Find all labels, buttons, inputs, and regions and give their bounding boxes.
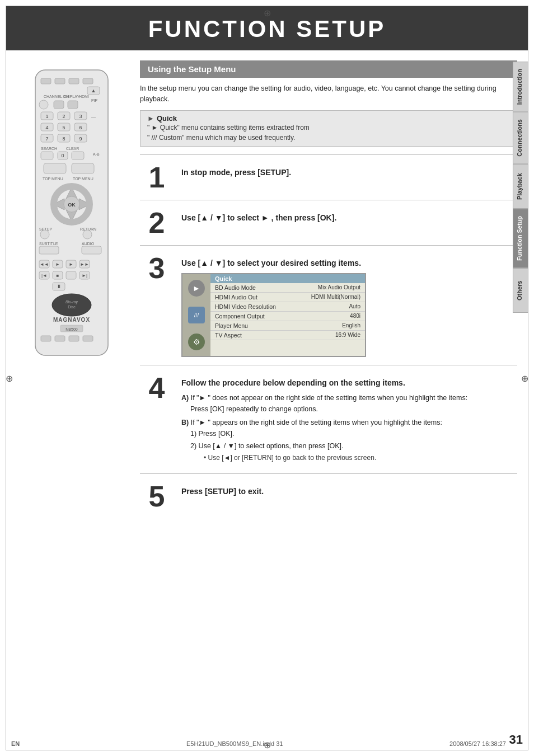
svg-rect-71 bbox=[66, 271, 76, 279]
menu-icon-2: /// bbox=[188, 307, 205, 323]
main-content: ▲ CHANNEL CH DISPLAY HDMI PIP 1 2 3 — bbox=[6, 50, 528, 722]
svg-point-54 bbox=[83, 230, 92, 239]
footer-date: 2008/05/27 16:38:27 bbox=[449, 740, 506, 747]
tab-playback[interactable]: Playback bbox=[513, 164, 528, 209]
remote-svg: ▲ CHANNEL CH DISPLAY HDMI PIP 1 2 3 — bbox=[27, 67, 116, 358]
svg-text:TOP MENU: TOP MENU bbox=[73, 177, 93, 181]
step-5-title: Press [SETUP] to exit. bbox=[181, 486, 517, 497]
quick-content: ► Quick " ► Quick" menu contains setting… bbox=[147, 114, 310, 143]
quick-icon: ► bbox=[147, 114, 154, 123]
step-3: 3 Use [▲ / ▼] to select your desired set… bbox=[140, 245, 517, 365]
step-4: 4 Follow the procedure below depending o… bbox=[140, 365, 517, 473]
bullet-note: • Use [◄] or [RETURN] to go back to the … bbox=[204, 453, 517, 463]
svg-rect-58 bbox=[82, 246, 101, 254]
intro-text: In the setup menu you can change the set… bbox=[140, 83, 517, 105]
menu-item-row-3: HDMI Video Resolution Auto bbox=[210, 302, 365, 312]
svg-text:►: ► bbox=[69, 262, 73, 267]
svg-text:8: 8 bbox=[62, 136, 65, 142]
step-4-content: Follow the procedure below depending on … bbox=[181, 373, 517, 466]
step-5-content: Press [SETUP] to exit. bbox=[181, 482, 517, 501]
right-column: Using the Setup Menu In the setup menu y… bbox=[134, 50, 528, 722]
svg-rect-11 bbox=[54, 101, 64, 109]
svg-text:MAGNAVOX: MAGNAVOX bbox=[53, 317, 90, 323]
sub-step-b-text: If "► " appears on the right side of the… bbox=[191, 419, 442, 426]
step-2-number: 2 bbox=[140, 208, 174, 237]
svg-rect-4 bbox=[83, 78, 93, 84]
svg-text:▲: ▲ bbox=[91, 88, 96, 93]
step-2-content: Use [▲ / ▼] to select ► , then press [OK… bbox=[181, 208, 517, 227]
svg-text:PIP: PIP bbox=[91, 98, 98, 102]
step-1-number: 1 bbox=[140, 163, 174, 192]
svg-text:⏸: ⏸ bbox=[56, 284, 61, 289]
svg-point-10 bbox=[39, 100, 48, 109]
tab-function-setup[interactable]: Function Setup bbox=[513, 209, 528, 268]
svg-text:■: ■ bbox=[56, 273, 59, 278]
quick-box: ► Quick " ► Quick" menu contains setting… bbox=[140, 110, 517, 147]
footer: EN E5H21UD_NB500MS9_EN.indd 31 2008/05/2… bbox=[11, 740, 506, 747]
sub-step-b-label: B) bbox=[181, 419, 189, 426]
svg-text:CLEAR: CLEAR bbox=[66, 147, 79, 151]
step-5: 5 Press [SETUP] to exit. bbox=[140, 473, 517, 519]
page-number: 31 bbox=[509, 732, 523, 747]
menu-icon-1: ► bbox=[188, 280, 205, 297]
svg-text:HDMI: HDMI bbox=[79, 95, 89, 98]
note-text: Use [◄] or [RETURN] to go back to the pr… bbox=[208, 454, 377, 462]
svg-rect-84 bbox=[69, 336, 79, 341]
menu-item-value-2: HDMI Multi(Normal) bbox=[311, 294, 360, 300]
menu-item-value-4: 480i bbox=[350, 313, 360, 320]
svg-text:►►: ►► bbox=[80, 262, 89, 267]
crosshair-right: ⊕ bbox=[521, 373, 528, 383]
crosshair-bottom: ⊕ bbox=[264, 740, 271, 750]
menu-right: Quick BD Audio Mode Mix Audio Output HDM… bbox=[210, 274, 365, 356]
svg-text:◄◄: ◄◄ bbox=[40, 262, 49, 267]
menu-item-name-2: HDMI Audio Out bbox=[215, 294, 257, 300]
svg-text:►|: ►| bbox=[82, 273, 87, 278]
tab-connections[interactable]: Connections bbox=[513, 112, 528, 164]
svg-rect-3 bbox=[69, 78, 79, 84]
remote-control-image: ▲ CHANNEL CH DISPLAY HDMI PIP 1 2 3 — bbox=[27, 67, 119, 360]
svg-rect-83 bbox=[55, 336, 65, 341]
sub-step-b: B) If "► " appears on the right side of … bbox=[181, 417, 517, 463]
svg-text:3: 3 bbox=[79, 114, 82, 119]
menu-item-name-1: BD Audio Mode bbox=[215, 284, 256, 291]
left-column: ▲ CHANNEL CH DISPLAY HDMI PIP 1 2 3 — bbox=[6, 50, 134, 722]
svg-text:A-B: A-B bbox=[93, 152, 100, 156]
menu-left-icons: ► /// ⚙ bbox=[182, 274, 210, 356]
menu-item-name-3: HDMI Video Resolution bbox=[215, 303, 276, 310]
svg-rect-12 bbox=[68, 101, 78, 109]
nested-step-2-num: 2) bbox=[190, 442, 196, 450]
crosshair-top: ⊕ bbox=[264, 8, 271, 18]
menu-item-row-5: Player Menu English bbox=[210, 321, 365, 331]
section-title-box: Using the Setup Menu bbox=[140, 60, 517, 78]
svg-text:►: ► bbox=[55, 262, 60, 267]
svg-text:7: 7 bbox=[45, 136, 48, 142]
nested-step-2-text: Use [▲ / ▼] to select options, then pres… bbox=[199, 442, 344, 450]
step-4-title: Follow the procedure below depending on … bbox=[181, 378, 517, 389]
svg-text:2: 2 bbox=[62, 114, 65, 119]
tab-introduction[interactable]: Introduction bbox=[513, 62, 528, 112]
svg-text:5: 5 bbox=[62, 125, 65, 130]
menu-mockup: ► /// ⚙ Quick BD Audio Mode Mix Audio Ou… bbox=[181, 273, 366, 357]
svg-text:NB500: NB500 bbox=[65, 327, 78, 331]
tab-others[interactable]: Others bbox=[513, 268, 528, 313]
step-3-title: Use [▲ / ▼] to select your desired setti… bbox=[181, 258, 517, 269]
svg-text:SEARCH: SEARCH bbox=[41, 147, 57, 151]
svg-text:1: 1 bbox=[45, 114, 48, 119]
svg-rect-85 bbox=[83, 336, 93, 341]
menu-item-name-6: TV Aspect bbox=[215, 332, 242, 339]
sub-steps: A) If "► " does not appear on the right … bbox=[181, 392, 517, 463]
svg-text:Blu-ray: Blu-ray bbox=[65, 300, 78, 304]
crosshair-left: ⊕ bbox=[6, 373, 13, 383]
menu-item-name-4: Component Output bbox=[215, 313, 265, 320]
sub-step-a: A) If "► " does not appear on the right … bbox=[181, 392, 517, 415]
svg-text:6: 6 bbox=[79, 125, 82, 130]
svg-text:—: — bbox=[91, 114, 96, 119]
svg-text:DISPLAY: DISPLAY bbox=[63, 95, 79, 98]
step-2-title: Use [▲ / ▼] to select ► , then press [OK… bbox=[181, 213, 517, 224]
step-1: 1 In stop mode, press [SETUP]. bbox=[140, 154, 517, 200]
svg-rect-35 bbox=[41, 152, 53, 159]
menu-item-value-1: Mix Audio Output bbox=[318, 284, 360, 291]
page-title: FUNCTION SETUP bbox=[6, 16, 528, 43]
svg-point-53 bbox=[40, 230, 49, 239]
svg-rect-57 bbox=[39, 246, 59, 254]
